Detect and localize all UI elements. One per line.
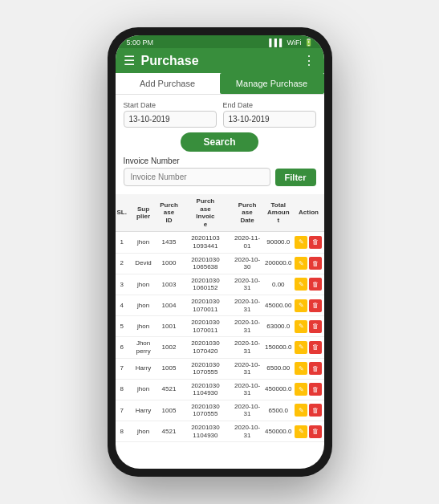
- table-row: 8 jhon 4521 20201030 1104930 2020-10-31 …: [116, 421, 324, 442]
- cell-invoice: 20201030 1070420: [180, 337, 231, 358]
- cell-sl: 8: [116, 421, 128, 442]
- tab-bar: Add Purchase Manage Purchase: [116, 73, 324, 95]
- cell-amount: 45000.00: [263, 295, 293, 315]
- purchases-table-wrapper: SL. Supplier PurchaseID PurchaseInvoice …: [116, 194, 324, 469]
- cell-purchase-id: 1003: [158, 274, 180, 295]
- cell-action: ✎ 🗑: [293, 316, 323, 337]
- table-row: 7 Harry 1005 20201030 1070555 2020-10-31…: [116, 358, 324, 379]
- table-row: 7 Harry 1005 20201030 1070555 2020-10-31…: [116, 400, 324, 421]
- tab-add-purchase[interactable]: Add Purchase: [116, 73, 220, 94]
- cell-supplier: jhon: [128, 274, 158, 295]
- cell-purchase-id: 4521: [158, 421, 180, 442]
- signal-icon: ▌▌▌: [269, 39, 284, 47]
- page-title: Purchase: [141, 54, 296, 68]
- edit-button[interactable]: ✎: [295, 425, 307, 438]
- cell-supplier: Devid: [128, 253, 158, 274]
- cell-date: 2020-10-31: [231, 274, 263, 295]
- edit-button[interactable]: ✎: [295, 236, 307, 249]
- filter-button[interactable]: Filter: [275, 169, 316, 186]
- search-button[interactable]: Search: [181, 132, 258, 152]
- status-time: 5:00 PM: [127, 39, 154, 47]
- cell-invoice: 20201030 1060152: [180, 274, 231, 295]
- table-row: 3 jhon 1003 20201030 1060152 2020-10-31 …: [116, 274, 324, 295]
- col-sl: SL.: [116, 194, 128, 232]
- cell-invoice: 20201030 1070555: [180, 358, 231, 379]
- more-options-icon[interactable]: ⋮: [303, 53, 316, 68]
- edit-button[interactable]: ✎: [295, 320, 307, 333]
- cell-amount: 90000.0: [263, 232, 293, 253]
- cell-action: ✎ 🗑: [293, 421, 323, 442]
- delete-button[interactable]: 🗑: [309, 404, 322, 417]
- cell-supplier: jhon: [128, 295, 158, 315]
- delete-button[interactable]: 🗑: [309, 341, 322, 354]
- cell-purchase-id: 1005: [158, 358, 180, 379]
- cell-sl: 1: [116, 232, 128, 253]
- delete-button[interactable]: 🗑: [309, 425, 322, 438]
- cell-action: ✎ 🗑: [293, 379, 323, 400]
- table-row: 5 jhon 1001 20201030 1070011 2020-10-31 …: [116, 316, 324, 337]
- edit-button[interactable]: ✎: [295, 257, 307, 270]
- cell-sl: 7: [116, 358, 128, 379]
- col-amount: TotalAmount: [263, 194, 293, 232]
- end-date-group: End Date: [223, 101, 316, 128]
- cell-supplier: jhon: [128, 379, 158, 400]
- invoice-row: Filter: [124, 168, 316, 186]
- cell-purchase-id: 1004: [158, 295, 180, 315]
- delete-button[interactable]: 🗑: [309, 299, 322, 312]
- invoice-number-label: Invoice Number: [124, 156, 316, 165]
- cell-invoice: 20201030 1065638: [180, 253, 231, 274]
- end-date-label: End Date: [223, 101, 316, 109]
- edit-button[interactable]: ✎: [295, 299, 307, 312]
- invoice-number-input[interactable]: [124, 168, 270, 186]
- cell-date: 2020-10-31: [231, 295, 263, 315]
- cell-supplier: jhon: [128, 232, 158, 253]
- filter-area: Start Date End Date Search Invoice Numbe…: [116, 95, 324, 194]
- delete-button[interactable]: 🗑: [309, 257, 322, 270]
- delete-button[interactable]: 🗑: [309, 278, 322, 291]
- table-row: 2 Devid 1000 20201030 1065638 2020-10-30…: [116, 253, 324, 274]
- cell-sl: 3: [116, 274, 128, 295]
- edit-button[interactable]: ✎: [295, 341, 307, 354]
- col-supplier: Supplier: [128, 194, 158, 232]
- cell-supplier: jhon: [128, 421, 158, 442]
- cell-action: ✎ 🗑: [293, 358, 323, 379]
- end-date-input[interactable]: [223, 111, 316, 128]
- edit-button[interactable]: ✎: [295, 404, 307, 417]
- status-bar: 5:00 PM ▌▌▌ WiFi 🔋: [116, 35, 324, 48]
- phone-screen: 5:00 PM ▌▌▌ WiFi 🔋 ☰ Purchase ⋮ Add Purc…: [116, 35, 324, 469]
- cell-supplier: Jhon perry: [128, 337, 158, 358]
- delete-button[interactable]: 🗑: [309, 320, 322, 333]
- tab-manage-purchase[interactable]: Manage Purchase: [220, 73, 324, 94]
- edit-button[interactable]: ✎: [295, 383, 307, 396]
- cell-purchase-id: 1002: [158, 337, 180, 358]
- cell-date: 2020-10-31: [231, 421, 263, 442]
- cell-amount: 63000.0: [263, 316, 293, 337]
- cell-purchase-id: 1435: [158, 232, 180, 253]
- cell-amount: 150000.0: [263, 337, 293, 358]
- wifi-icon: WiFi: [287, 39, 302, 47]
- cell-action: ✎ 🗑: [293, 295, 323, 315]
- hamburger-icon[interactable]: ☰: [124, 53, 135, 68]
- delete-button[interactable]: 🗑: [309, 383, 322, 396]
- edit-button[interactable]: ✎: [295, 362, 307, 375]
- purchases-table: SL. Supplier PurchaseID PurchaseInvoice …: [116, 194, 324, 442]
- cell-date: 2020-11-01: [231, 232, 263, 253]
- cell-action: ✎ 🗑: [293, 232, 323, 253]
- edit-button[interactable]: ✎: [295, 278, 307, 291]
- cell-date: 2020-10-30: [231, 253, 263, 274]
- cell-sl: 4: [116, 295, 128, 315]
- cell-invoice: 20201103 1093441: [180, 232, 231, 253]
- col-invoice: PurchaseInvoice: [180, 194, 231, 232]
- table-row: 6 Jhon perry 1002 20201030 1070420 2020-…: [116, 337, 324, 358]
- cell-date: 2020-10-31: [231, 358, 263, 379]
- cell-sl: 2: [116, 253, 128, 274]
- delete-button[interactable]: 🗑: [309, 236, 322, 249]
- delete-button[interactable]: 🗑: [309, 362, 322, 375]
- start-date-input[interactable]: [124, 111, 217, 128]
- cell-invoice: 20201030 1104930: [180, 379, 231, 400]
- cell-date: 2020-10-31: [231, 337, 263, 358]
- cell-amount: 0.00: [263, 274, 293, 295]
- cell-amount: 200000.0: [263, 253, 293, 274]
- start-date-label: Start Date: [124, 101, 217, 109]
- start-date-group: Start Date: [124, 101, 217, 128]
